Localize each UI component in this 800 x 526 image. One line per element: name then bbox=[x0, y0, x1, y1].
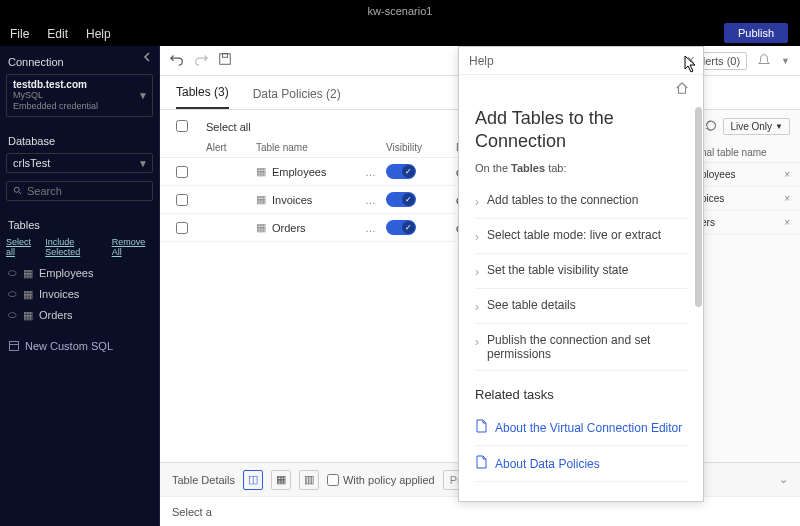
tables-label: Tables bbox=[0, 209, 159, 235]
chevron-down-icon: ▼ bbox=[138, 90, 148, 101]
help-item[interactable]: ›See table details bbox=[475, 289, 687, 324]
sql-icon bbox=[8, 340, 20, 352]
connection-selector[interactable]: testdb.test.com MySQL Embedded credentia… bbox=[6, 74, 153, 117]
connection-cred: Embedded credential bbox=[13, 101, 146, 112]
chevron-right-icon: › bbox=[475, 230, 479, 244]
chevron-right-icon: › bbox=[475, 195, 479, 209]
tab-tables[interactable]: Tables (3) bbox=[176, 85, 229, 109]
sidebar-collapse-icon[interactable] bbox=[143, 52, 153, 64]
help-item[interactable]: ›Select table mode: live or extract bbox=[475, 219, 687, 254]
search-placeholder: Search bbox=[27, 185, 62, 197]
menubar: File Edit Help Publish bbox=[0, 22, 800, 46]
save-button[interactable] bbox=[218, 52, 232, 70]
search-icon bbox=[13, 186, 23, 196]
search-input[interactable]: Search bbox=[6, 181, 153, 201]
table-icon: ▦ bbox=[23, 288, 33, 301]
refresh-icon[interactable] bbox=[705, 120, 717, 134]
help-link[interactable]: About Data Policies bbox=[475, 446, 687, 482]
menu-file[interactable]: File bbox=[10, 27, 29, 41]
help-label: Help bbox=[469, 54, 494, 68]
help-title: Add Tables to the Connection bbox=[475, 107, 687, 152]
right-strip: Live Only ▼ nal table name oloyees × oic… bbox=[690, 110, 800, 462]
right-row: oloyees × bbox=[691, 163, 800, 187]
view-mode-1[interactable]: ◫ bbox=[243, 470, 263, 490]
undo-button[interactable] bbox=[170, 52, 184, 70]
help-item[interactable]: ›Add tables to the connection bbox=[475, 184, 687, 219]
include-selected-link[interactable]: Include Selected bbox=[45, 237, 105, 257]
svg-rect-2 bbox=[10, 341, 19, 350]
view-mode-2[interactable]: ▦ bbox=[271, 470, 291, 490]
remove-all-link[interactable]: Remove All bbox=[112, 237, 153, 257]
database-selector[interactable]: crlsTest ▼ bbox=[6, 153, 153, 173]
new-custom-sql-button[interactable]: New Custom SQL bbox=[8, 340, 151, 352]
tab-data-policies[interactable]: Data Policies (2) bbox=[253, 87, 341, 109]
row-checkbox[interactable] bbox=[176, 222, 188, 234]
remove-icon[interactable]: × bbox=[784, 169, 790, 180]
redo-button[interactable] bbox=[194, 52, 208, 70]
window-title: kw-scenario1 bbox=[368, 5, 433, 17]
database-name: crlsTest bbox=[13, 157, 50, 169]
chevron-right-icon: › bbox=[475, 335, 479, 349]
scrollbar[interactable] bbox=[695, 107, 702, 307]
pill-icon: ⬭ bbox=[8, 288, 17, 300]
menu-edit[interactable]: Edit bbox=[47, 27, 68, 41]
col-alert: Alert bbox=[206, 142, 256, 153]
connection-label: Connection bbox=[0, 46, 159, 72]
policy-applied-checkbox[interactable]: With policy applied bbox=[327, 474, 435, 486]
connection-type: MySQL bbox=[13, 90, 146, 101]
close-icon[interactable]: × bbox=[687, 52, 695, 68]
window-titlebar: kw-scenario1 bbox=[0, 0, 800, 22]
table-icon: ▦ bbox=[256, 165, 266, 178]
table-details-label: Table Details bbox=[172, 474, 235, 486]
visibility-toggle[interactable] bbox=[386, 164, 416, 179]
select-all-link[interactable]: Select all bbox=[6, 237, 39, 257]
chevron-down-icon: ▼ bbox=[775, 122, 783, 131]
view-mode-3[interactable]: ▥ bbox=[299, 470, 319, 490]
help-item[interactable]: ›Publish the connection and set permissi… bbox=[475, 324, 687, 371]
row-menu-icon[interactable]: … bbox=[365, 194, 386, 206]
chevron-right-icon: › bbox=[475, 265, 479, 279]
col-visibility: Visibility bbox=[386, 142, 456, 153]
chevron-down-icon: ▼ bbox=[138, 157, 148, 168]
row-checkbox[interactable] bbox=[176, 194, 188, 206]
home-icon[interactable] bbox=[675, 81, 689, 99]
help-panel: Help × Add Tables to the Connection On t… bbox=[458, 46, 704, 502]
visibility-toggle[interactable] bbox=[386, 220, 416, 235]
sidebar-item-employees[interactable]: ⬭ ▦ Employees bbox=[0, 263, 159, 284]
help-link[interactable]: About the Virtual Connection Editor bbox=[475, 410, 687, 446]
related-tasks-label: Related tasks bbox=[475, 387, 687, 402]
sidebar-item-orders[interactable]: ⬭ ▦ Orders bbox=[0, 305, 159, 326]
document-icon bbox=[475, 419, 487, 436]
help-body: Add Tables to the Connection On the Tabl… bbox=[459, 99, 703, 501]
select-all-checkbox[interactable] bbox=[176, 120, 188, 132]
pill-icon: ⬭ bbox=[8, 267, 17, 279]
pill-icon: ⬭ bbox=[8, 309, 17, 321]
sidebar: Connection testdb.test.com MySQL Embedde… bbox=[0, 46, 160, 526]
select-all-label: Select all bbox=[206, 121, 251, 133]
help-item[interactable]: ›Set the table visibility state bbox=[475, 254, 687, 289]
document-icon bbox=[475, 455, 487, 472]
menu-help[interactable]: Help bbox=[86, 27, 111, 41]
table-icon: ▦ bbox=[23, 309, 33, 322]
connection-host: testdb.test.com bbox=[13, 79, 146, 90]
chevron-down-icon[interactable]: ▼ bbox=[781, 56, 790, 66]
remove-icon[interactable]: × bbox=[784, 217, 790, 228]
row-checkbox[interactable] bbox=[176, 166, 188, 178]
sidebar-item-invoices[interactable]: ⬭ ▦ Invoices bbox=[0, 284, 159, 305]
visibility-toggle[interactable] bbox=[386, 192, 416, 207]
live-only-selector[interactable]: Live Only ▼ bbox=[723, 118, 790, 135]
svg-point-0 bbox=[14, 187, 19, 192]
row-menu-icon[interactable]: … bbox=[365, 222, 386, 234]
right-row: ers × bbox=[691, 211, 800, 235]
table-icon: ▦ bbox=[23, 267, 33, 280]
remove-icon[interactable]: × bbox=[784, 193, 790, 204]
row-menu-icon[interactable]: … bbox=[365, 166, 386, 178]
database-label: Database bbox=[0, 125, 159, 151]
help-subtitle: On the Tables tab: bbox=[475, 162, 687, 174]
svg-rect-5 bbox=[222, 53, 227, 57]
col-tablename: Table name bbox=[256, 142, 386, 153]
svg-rect-4 bbox=[220, 53, 231, 64]
bell-icon[interactable] bbox=[757, 53, 771, 69]
chevron-down-icon[interactable]: ⌄ bbox=[779, 473, 788, 486]
publish-button[interactable]: Publish bbox=[724, 23, 788, 43]
